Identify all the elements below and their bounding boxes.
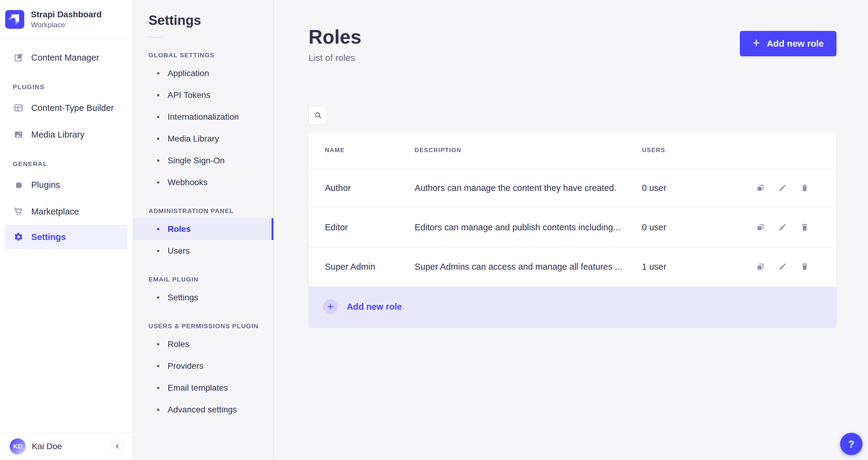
plus-circle-icon: + — [323, 299, 338, 314]
add-new-role-button-label: Add new role — [767, 38, 824, 49]
subnav-item-roles-up[interactable]: Roles — [133, 333, 273, 355]
workspace-brand[interactable]: Strapi Dashboard Workplace — [0, 0, 132, 39]
add-new-role-button[interactable]: + Add new role — [740, 31, 836, 56]
role-users-cell: 0 user — [642, 222, 756, 233]
collapse-sidebar-button[interactable] — [112, 439, 123, 454]
sidebar-section-general: GENERAL — [0, 156, 132, 172]
trash-icon — [800, 223, 809, 232]
subnav-item-email-settings[interactable]: Settings — [133, 287, 273, 308]
role-users-cell: 0 user — [642, 183, 756, 193]
delete-role-button[interactable] — [800, 183, 809, 192]
delete-role-button[interactable] — [800, 223, 809, 232]
subnav-item-advanced-settings[interactable]: Advanced settings — [133, 399, 273, 421]
subnav-item-single-sign-on[interactable]: Single Sign-On — [133, 150, 273, 172]
subnav-item-users[interactable]: Users — [133, 240, 273, 262]
chevron-left-icon — [114, 443, 121, 450]
sidebar-item-plugins[interactable]: Plugins — [0, 172, 132, 198]
sidebar-item-content-manager[interactable]: Content Manager — [0, 44, 132, 71]
duplicate-role-button[interactable] — [756, 223, 765, 232]
sidebar-item-label: Content-Type Builder — [31, 103, 114, 113]
table-header-row: NAME DESCRIPTION USERS — [309, 132, 836, 168]
row-actions — [756, 262, 809, 271]
bullet-icon — [157, 365, 159, 367]
duplicate-role-button[interactable] — [756, 262, 765, 271]
row-actions — [756, 183, 809, 192]
subnav-item-webhooks[interactable]: Webhooks — [133, 172, 273, 193]
sidebar-item-label: Media Library — [31, 130, 85, 140]
column-header-description: DESCRIPTION — [414, 147, 642, 154]
bullet-icon — [157, 137, 159, 140]
sidebar-item-label: Plugins — [31, 180, 60, 190]
role-name-cell: Editor — [325, 222, 414, 233]
row-actions — [756, 223, 809, 232]
column-header-users: USERS — [642, 147, 809, 154]
sidebar-item-marketplace[interactable]: Marketplace — [0, 198, 132, 225]
sidebar-item-content-type-builder[interactable]: Content-Type Builder — [0, 95, 132, 121]
subnav-item-api-tokens[interactable]: API Tokens — [133, 84, 273, 106]
subnav-section-global-settings: GLOBAL SETTINGS Application API Tokens I… — [133, 52, 273, 193]
strapi-logo-icon — [5, 10, 24, 29]
add-new-role-row-label: Add new role — [347, 302, 402, 312]
subnav-section-administration-panel: ADMINISTRATION PANEL Roles Users — [133, 207, 273, 262]
table-row-author[interactable]: Author Authors can manage the content th… — [309, 168, 836, 208]
pencil-icon — [778, 183, 787, 192]
table-row-super-admin[interactable]: Super Admin Super Admins can access and … — [309, 247, 836, 286]
duplicate-icon — [756, 262, 765, 271]
trash-icon — [800, 262, 809, 271]
table-row-editor[interactable]: Editor Editors can manage and publish co… — [309, 208, 836, 247]
subnav-section-label: EMAIL PLUGIN — [133, 276, 273, 283]
role-name-cell: Super Admin — [325, 262, 414, 272]
trash-icon — [800, 183, 809, 192]
edit-role-button[interactable] — [778, 223, 787, 232]
page-title: Roles — [309, 26, 361, 49]
duplicate-role-button[interactable] — [756, 183, 765, 192]
bullet-icon — [157, 408, 159, 411]
sidebar-item-settings[interactable]: Settings — [5, 225, 128, 249]
sidebar-item-label: Marketplace — [31, 207, 79, 217]
subnav-section-label: USERS & PERMISSIONS PLUGIN — [133, 323, 273, 330]
help-button[interactable]: ? — [840, 433, 863, 455]
user-name: Kai Doe — [32, 441, 62, 451]
edit-role-button[interactable] — [778, 183, 787, 192]
column-header-name: NAME — [325, 147, 414, 154]
picture-icon — [13, 130, 23, 140]
role-name-cell: Author — [325, 183, 414, 193]
sidebar-footer: KD Kai Doe — [0, 432, 132, 460]
layout-grid-icon — [13, 103, 23, 113]
content-manager-icon — [13, 53, 23, 62]
app-title: Strapi Dashboard — [31, 9, 101, 20]
workspace-name: Workplace — [31, 21, 101, 29]
bullet-icon — [157, 181, 159, 184]
roles-table-card: NAME DESCRIPTION USERS Author Authors ca… — [309, 132, 836, 327]
main-sidebar: Strapi Dashboard Workplace Content Manag… — [0, 0, 133, 460]
plus-icon: + — [752, 37, 760, 50]
avatar[interactable]: KD — [10, 438, 26, 455]
sidebar-item-label: Settings — [31, 232, 66, 242]
search-button[interactable] — [309, 106, 327, 125]
delete-role-button[interactable] — [800, 262, 809, 271]
settings-subnav: Settings GLOBAL SETTINGS Application API… — [133, 0, 274, 460]
subnav-item-email-templates[interactable]: Email templates — [133, 377, 273, 399]
page-header: Roles List of roles + Add new role — [274, 0, 868, 63]
role-description-cell: Editors can manage and publish contents … — [414, 222, 642, 233]
add-new-role-row[interactable]: + Add new role — [309, 286, 836, 327]
bullet-icon — [157, 228, 159, 230]
sidebar-nav: Content Manager PLUGINS Content-Type Bui… — [0, 39, 132, 432]
role-description-cell: Super Admins can access and manage all f… — [414, 262, 642, 272]
subnav-item-application[interactable]: Application — [133, 62, 273, 84]
subnav-item-internationalization[interactable]: Internationalization — [133, 106, 273, 128]
subnav-item-roles-admin[interactable]: Roles — [133, 218, 273, 240]
sidebar-item-label: Content Manager — [31, 53, 99, 63]
edit-role-button[interactable] — [778, 262, 787, 271]
bullet-icon — [157, 116, 159, 118]
subnav-item-providers[interactable]: Providers — [133, 355, 273, 377]
sidebar-item-media-library[interactable]: Media Library — [0, 121, 132, 148]
bullet-icon — [157, 159, 159, 162]
subnav-section-users-permissions-plugin: USERS & PERMISSIONS PLUGIN Roles Provide… — [133, 323, 273, 421]
subnav-item-media-library[interactable]: Media Library — [133, 128, 273, 150]
bullet-icon — [157, 387, 159, 389]
bullet-icon — [157, 72, 159, 74]
main-content: Roles List of roles + Add new role NAME … — [274, 0, 868, 460]
role-users-cell: 1 user — [642, 262, 756, 272]
page-subtitle: List of roles — [309, 53, 361, 63]
